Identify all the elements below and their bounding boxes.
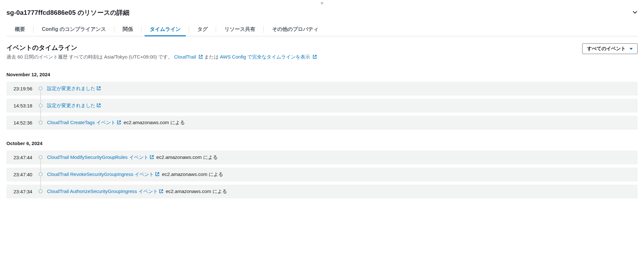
section-title: イベントのタイムライン [6,43,317,52]
event-row: 23:47:44CloudTrail ModifySecurityGroupRu… [6,151,638,164]
date-heading: November 12, 2024 [6,72,638,77]
external-link-icon [199,54,203,58]
tab-5[interactable]: リソース共有 [216,23,264,36]
event-row: 23:47:40CloudTrail RevokeSecurityGroupIn… [6,168,638,181]
collapse-chevron-icon[interactable] [632,10,638,16]
event-content: 設定が変更されました [47,86,101,92]
timeline-section: イベントのタイムライン 過去 60 日間のイベント履歴 すべての時刻は Asia… [6,36,638,198]
tab-1[interactable]: Config のコンプライアンス [33,23,114,36]
event-time: 23:47:40 [14,172,39,177]
triangle-down-icon [630,48,633,50]
page-header: sg-0a1777ffcd8686e05 のリソースの詳細 [6,6,638,23]
event-time: 14:53:18 [14,103,39,108]
subtitle-text: 過去 60 日間のイベント履歴 すべての時刻は Asia/Tokyo (UTC+… [6,54,173,60]
event-link[interactable]: CloudTrail RevokeSecurityGroupIngress イベ… [47,171,159,178]
awsconfig-link[interactable]: AWS Config で完全なタイムラインを表示 [220,54,317,60]
external-link-icon [117,120,121,124]
timeline-dot-icon [39,189,43,193]
event-link[interactable]: 設定が変更されました [47,103,101,109]
event-row: 14:52:36CloudTrail CreateTags イベントec2.am… [6,116,638,130]
event-link[interactable]: 設定が変更されました [47,86,101,92]
subtitle-mid: または [204,54,220,60]
cloudtrail-link[interactable]: CloudTrail [174,54,204,60]
page-title: sg-0a1777ffcd8686e05 のリソースの詳細 [6,8,130,17]
tab-2[interactable]: 関係 [114,23,141,36]
event-row: 23:19:56設定が変更されました [6,82,638,96]
event-content: CloudTrail RevokeSecurityGroupIngress イベ… [47,171,223,178]
event-filter-dropdown[interactable]: すべてのイベント [582,43,638,54]
event-time: 14:52:36 [14,120,39,125]
tab-6[interactable]: その他のプロパティ [264,23,327,36]
tabs: 概要Config のコンプライアンス関係タイムラインタグリソース共有その他のプロ… [6,23,638,36]
timeline-dot-icon [39,87,43,90]
event-row: 23:47:34CloudTrail AuthorizeSecurityGrou… [6,185,638,198]
event-content: CloudTrail ModifySecurityGroupRules イベント… [47,154,218,161]
tab-3[interactable]: タイムライン [141,23,189,36]
filter-label: すべてのイベント [587,46,626,52]
external-link-icon [150,155,154,159]
event-link[interactable]: CloudTrail ModifySecurityGroupRules イベント [47,154,154,161]
event-content: CloudTrail CreateTags イベントec2.amazonaws.… [47,120,185,126]
event-link[interactable]: CloudTrail CreateTags イベント [47,120,121,126]
event-extra: ec2.amazonaws.com による [166,188,227,195]
external-link-icon [97,103,101,107]
external-link-icon [155,172,159,176]
external-link-icon [313,54,317,58]
event-extra: ec2.amazonaws.com による [124,120,185,126]
timeline-dot-icon [39,121,43,124]
event-extra: ec2.amazonaws.com による [162,171,223,178]
external-link-icon [159,189,163,193]
event-content: CloudTrail AuthorizeSecurityGroupIngress… [47,188,227,195]
timeline-dot-icon [39,104,43,107]
timeline-dot-icon [39,155,43,159]
event-row: 14:53:18設定が変更されました [6,99,638,113]
event-time: 23:47:34 [14,189,39,194]
event-extra: ec2.amazonaws.com による [156,154,218,161]
timeline-dot-icon [39,172,43,176]
event-content: 設定が変更されました [47,103,101,109]
tab-0[interactable]: 概要 [6,23,33,36]
section-subtitle: 過去 60 日間のイベント履歴 すべての時刻は Asia/Tokyo (UTC+… [6,53,317,61]
date-group: October 6, 202423:47:44CloudTrail Modify… [6,141,638,198]
tab-4[interactable]: タグ [189,23,216,36]
external-link-icon [97,86,101,90]
date-group: November 12, 202423:19:56設定が変更されました14:53… [6,72,638,130]
event-time: 23:47:44 [14,155,39,160]
drag-handle-icon[interactable]: = [6,0,638,6]
event-link[interactable]: CloudTrail AuthorizeSecurityGroupIngress… [47,188,163,195]
event-time: 23:19:56 [14,86,39,91]
date-heading: October 6, 2024 [6,141,638,146]
